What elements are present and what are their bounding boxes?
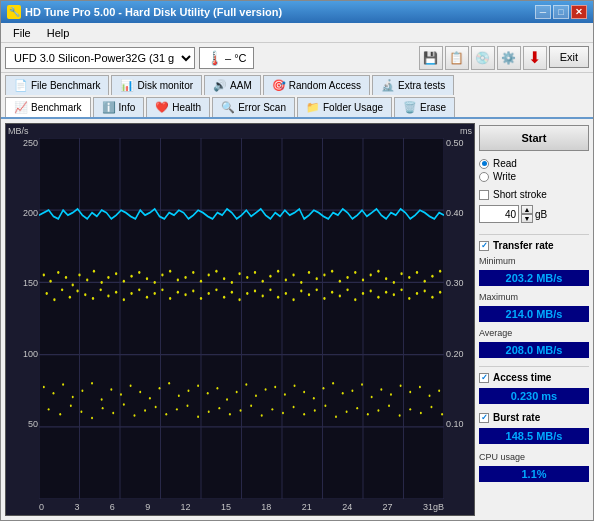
svg-point-200 [420, 412, 422, 414]
title-bar-left: 🔧 HD Tune Pro 5.00 - Hard Disk Utility (… [7, 5, 282, 19]
svg-point-156 [361, 383, 363, 385]
tab-info[interactable]: ℹ️ Info [93, 97, 145, 117]
svg-point-171 [112, 412, 114, 414]
tab-extra-tests[interactable]: 🔬 Extra tests [372, 75, 454, 95]
menu-file[interactable]: File [5, 25, 39, 41]
svg-point-97 [246, 292, 248, 295]
burst-rate-checkbox[interactable]: ✓ [479, 413, 489, 423]
svg-point-36 [177, 278, 179, 281]
svg-point-71 [46, 292, 48, 295]
radio-write-dot[interactable] [479, 172, 489, 182]
svg-point-188 [293, 406, 295, 408]
svg-point-118 [408, 297, 410, 300]
radio-read-item[interactable]: Read [479, 158, 589, 169]
svg-point-85 [154, 292, 156, 295]
divider-2 [479, 366, 589, 367]
window-title: HD Tune Pro 5.00 - Hard Disk Utility (Fu… [25, 6, 282, 18]
chart-svg [39, 138, 444, 499]
svg-point-135 [159, 387, 161, 389]
y-left-50: 50 [8, 419, 38, 429]
svg-point-77 [92, 297, 94, 300]
svg-point-166 [59, 413, 61, 415]
y-right-040: 0.40 [446, 208, 472, 218]
copy-icon[interactable]: 📋 [445, 46, 469, 70]
file-benchmark-icon: 📄 [14, 79, 28, 92]
access-time-checkbox[interactable]: ✓ [479, 373, 489, 383]
svg-point-168 [80, 411, 82, 413]
y-left-100: 100 [8, 349, 38, 359]
tab-extra-tests-label: Extra tests [398, 80, 445, 91]
svg-point-125 [62, 383, 64, 385]
svg-point-75 [76, 290, 78, 293]
access-time-section: ✓ Access time [479, 372, 589, 383]
svg-point-99 [262, 295, 264, 298]
tab-benchmark[interactable]: 📈 Benchmark [5, 97, 91, 117]
svg-point-46 [254, 271, 256, 274]
settings-icon[interactable]: ⚙️ [497, 46, 521, 70]
radio-write-item[interactable]: Write [479, 171, 589, 182]
svg-point-47 [262, 280, 264, 283]
exit-button[interactable]: Exit [549, 46, 589, 68]
save-icon[interactable]: 💾 [419, 46, 443, 70]
tab-erase[interactable]: 🗑️ Erase [394, 97, 455, 117]
svg-point-124 [53, 392, 55, 394]
svg-point-143 [236, 391, 238, 393]
svg-point-50 [285, 278, 287, 281]
drive-select[interactable]: UFD 3.0 Silicon-Power32G (31 gB) [5, 47, 195, 69]
svg-point-183 [240, 409, 242, 411]
spin-up-button[interactable]: ▲ [521, 205, 533, 214]
disk-icon[interactable]: 💿 [471, 46, 495, 70]
transfer-rate-checkbox[interactable]: ✓ [479, 241, 489, 251]
svg-point-51 [292, 273, 294, 276]
svg-point-126 [72, 396, 74, 398]
tab-error-scan[interactable]: 🔍 Error Scan [212, 97, 295, 117]
svg-point-121 [431, 296, 433, 299]
transfer-rate-label: Transfer rate [493, 240, 554, 251]
maximum-value: 214.0 MB/s [479, 306, 589, 322]
short-stroke-checkbox[interactable] [479, 190, 489, 200]
svg-point-142 [226, 398, 228, 400]
spinbox-unit: gB [535, 209, 547, 220]
toolbar: UFD 3.0 Silicon-Power32G (31 gB) 🌡️ – °C… [1, 43, 593, 73]
svg-point-43 [231, 281, 233, 284]
svg-point-162 [419, 386, 421, 388]
close-button[interactable]: ✕ [571, 5, 587, 19]
tab-random-access[interactable]: 🎯 Random Access [263, 75, 370, 95]
download-icon[interactable]: ⬇ [523, 46, 547, 70]
minimize-button[interactable]: ─ [535, 5, 551, 19]
menu-help[interactable]: Help [39, 25, 78, 41]
svg-point-114 [377, 296, 379, 299]
svg-point-109 [339, 295, 341, 298]
svg-point-184 [250, 404, 252, 406]
x-label-0: 0 [39, 502, 44, 512]
short-stroke-row[interactable]: Short stroke [479, 189, 589, 200]
svg-point-19 [49, 280, 51, 283]
tab-folder-usage[interactable]: 📁 Folder Usage [297, 97, 392, 117]
tab-health-label: Health [172, 102, 201, 113]
svg-point-111 [354, 298, 356, 301]
svg-point-119 [416, 292, 418, 295]
svg-point-157 [371, 396, 373, 398]
tab-random-access-label: Random Access [289, 80, 361, 91]
svg-point-48 [269, 275, 271, 278]
start-button[interactable]: Start [479, 125, 589, 151]
access-time-label: Access time [493, 372, 551, 383]
maximize-button[interactable]: □ [553, 5, 569, 19]
tab-health[interactable]: ❤️ Health [146, 97, 210, 117]
toolbar-icons: 💾 📋 💿 ⚙️ ⬇ Exit [419, 46, 589, 70]
radio-write-label: Write [493, 171, 516, 182]
svg-point-87 [169, 297, 171, 300]
radio-read-dot[interactable] [479, 159, 489, 169]
svg-point-150 [303, 391, 305, 393]
tab-aam[interactable]: 🔊 AAM [204, 75, 261, 95]
tab-file-benchmark[interactable]: 📄 File Benchmark [5, 75, 109, 95]
svg-point-129 [101, 398, 103, 400]
svg-point-95 [231, 291, 233, 294]
spin-down-button[interactable]: ▼ [521, 214, 533, 223]
svg-point-59 [354, 271, 356, 274]
y-left-150: 150 [8, 278, 38, 288]
tab-disk-monitor[interactable]: 📊 Disk monitor [111, 75, 202, 95]
svg-point-197 [388, 404, 390, 406]
spinbox-input[interactable] [479, 205, 519, 223]
tab-error-scan-label: Error Scan [238, 102, 286, 113]
